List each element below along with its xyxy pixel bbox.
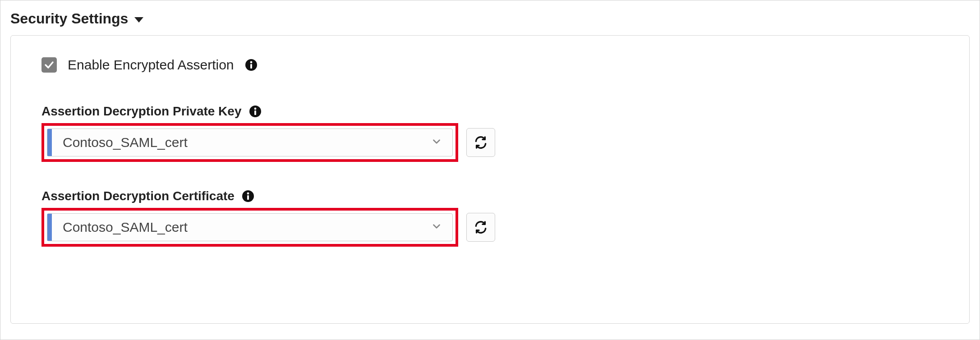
highlight-box: Contoso_SAML_cert (41, 208, 458, 247)
private-key-value: Contoso_SAML_cert (52, 135, 421, 150)
svg-rect-2 (250, 64, 252, 69)
svg-rect-5 (254, 110, 256, 115)
svg-point-7 (247, 193, 249, 195)
highlight-box: Contoso_SAML_cert (41, 123, 458, 162)
select-accent (47, 214, 52, 241)
certificate-select[interactable]: Contoso_SAML_cert (47, 213, 453, 241)
enable-encrypted-assertion-checkbox[interactable] (41, 57, 57, 73)
info-icon[interactable] (249, 105, 262, 118)
svg-rect-8 (247, 195, 249, 200)
certificate-label-row: Assertion Decryption Certificate (41, 189, 939, 203)
chevron-down-icon (421, 136, 452, 149)
private-key-field: Assertion Decryption Private Key Contoso… (41, 104, 939, 162)
refresh-icon (474, 220, 488, 234)
certificate-label: Assertion Decryption Certificate (41, 189, 235, 203)
settings-panel: Enable Encrypted Assertion Assertion Dec… (10, 35, 970, 324)
info-icon[interactable] (242, 190, 254, 202)
caret-down-icon (134, 17, 143, 23)
page: Security Settings Enable Encrypted Asser… (0, 0, 980, 340)
select-accent (47, 129, 52, 156)
section-title: Security Settings (10, 10, 128, 27)
private-key-label: Assertion Decryption Private Key (41, 104, 242, 119)
svg-point-4 (254, 108, 256, 110)
enable-encrypted-assertion-row: Enable Encrypted Assertion (41, 57, 939, 73)
svg-point-1 (250, 61, 252, 64)
refresh-private-key-button[interactable] (466, 128, 495, 157)
private-key-label-row: Assertion Decryption Private Key (41, 104, 939, 119)
certificate-field: Assertion Decryption Certificate Contoso… (41, 189, 939, 247)
refresh-certificate-button[interactable] (466, 213, 495, 242)
check-icon (44, 60, 55, 70)
private-key-row: Contoso_SAML_cert (41, 123, 939, 162)
certificate-row: Contoso_SAML_cert (41, 208, 939, 247)
refresh-icon (474, 135, 488, 150)
private-key-select[interactable]: Contoso_SAML_cert (47, 129, 453, 156)
certificate-value: Contoso_SAML_cert (52, 220, 421, 235)
chevron-down-icon (421, 221, 452, 234)
section-header[interactable]: Security Settings (10, 10, 970, 27)
enable-encrypted-assertion-label: Enable Encrypted Assertion (68, 57, 234, 73)
info-icon[interactable] (245, 59, 258, 71)
